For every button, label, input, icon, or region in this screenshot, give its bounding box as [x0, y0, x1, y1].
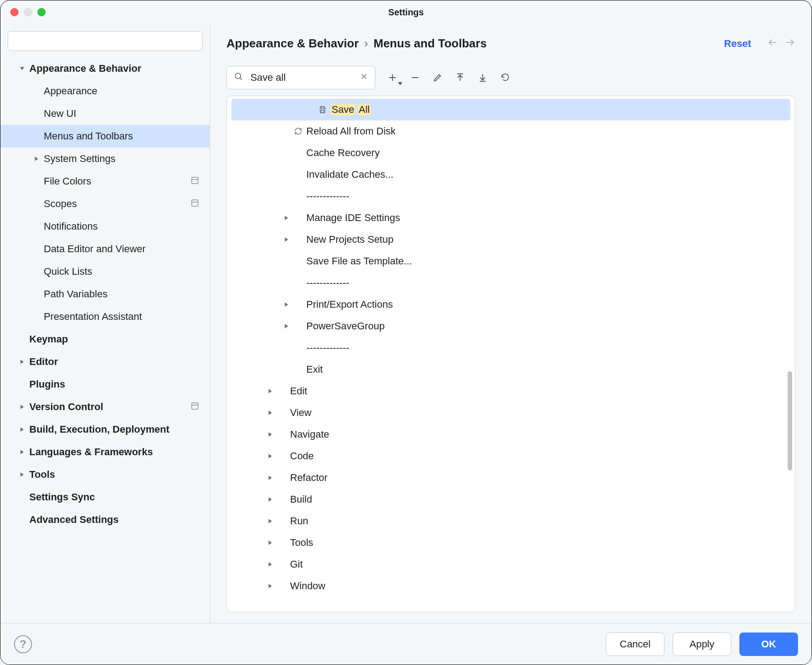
action-row[interactable]: ------------- — [227, 337, 795, 359]
sidebar-item[interactable]: Appearance — [0, 80, 210, 102]
action-row[interactable]: Navigate — [227, 424, 795, 445]
settings-window: Settings Appearance & BehaviorAppearance… — [0, 0, 812, 665]
action-label: Manage IDE Settings — [306, 212, 400, 224]
chevron-right-icon — [265, 432, 276, 437]
sidebar-item-label: New UI — [44, 108, 76, 120]
action-label: ------------- — [306, 190, 349, 202]
minimize-window-button[interactable] — [24, 8, 32, 16]
sidebar-item[interactable]: Path Variables — [0, 283, 210, 305]
action-label: Print/Export Actions — [306, 299, 393, 310]
sidebar-item[interactable]: Menus and Toolbars — [0, 125, 210, 148]
svg-marker-23 — [398, 82, 402, 85]
restore-action-button[interactable] — [499, 71, 512, 84]
svg-marker-40 — [285, 302, 288, 307]
history-nav — [767, 37, 795, 51]
action-row[interactable]: Code — [227, 445, 795, 467]
sidebar-item-label: File Colors — [44, 175, 91, 187]
chevron-right-icon — [281, 215, 292, 221]
cancel-button[interactable]: Cancel — [606, 633, 664, 656]
sidebar-item-label: System Settings — [44, 153, 115, 165]
maximize-window-button[interactable] — [37, 8, 46, 16]
action-row[interactable]: ------------- — [227, 272, 795, 294]
action-row[interactable]: Save All — [231, 99, 790, 120]
action-row[interactable]: Invalidate Caches... — [227, 164, 795, 185]
action-label: View — [290, 407, 311, 419]
action-row[interactable]: Build — [227, 489, 795, 510]
sidebar-item[interactable]: Tools — [0, 463, 210, 486]
nav-back-icon[interactable] — [767, 37, 778, 51]
add-action-button[interactable] — [386, 71, 399, 84]
sidebar-item[interactable]: Settings Sync — [0, 486, 210, 508]
sidebar-item[interactable]: System Settings — [0, 148, 210, 170]
action-row[interactable]: ------------- — [227, 185, 795, 207]
sidebar-item[interactable]: Data Editor and Viewer — [0, 238, 210, 260]
action-row[interactable]: Reload All from Disk — [227, 120, 795, 142]
sidebar-item[interactable]: Quick Lists — [0, 260, 210, 283]
sidebar-item[interactable]: Appearance & Behavior — [0, 57, 210, 80]
sidebar-item[interactable]: Build, Execution, Deployment — [0, 418, 210, 441]
sidebar-item-label: Menus and Toolbars — [44, 130, 133, 142]
breadcrumb-parent: Appearance & Behavior — [226, 37, 359, 51]
settings-tree[interactable]: Appearance & BehaviorAppearanceNew UIMen… — [0, 57, 210, 623]
close-window-button[interactable] — [10, 8, 18, 16]
clear-icon[interactable] — [360, 73, 368, 83]
sidebar-item[interactable]: Editor — [0, 351, 210, 373]
action-row[interactable]: Save File as Template... — [227, 250, 795, 272]
actions-filter-input[interactable] — [226, 66, 375, 89]
action-label: Reload All from Disk — [306, 125, 396, 137]
nav-forward-icon[interactable] — [784, 37, 795, 51]
sidebar-item[interactable]: Keymap — [0, 328, 210, 351]
sidebar-item[interactable]: New UI — [0, 102, 210, 125]
action-row[interactable]: Edit — [227, 380, 795, 402]
sidebar-item[interactable]: Advanced Settings — [0, 508, 210, 531]
edit-action-button[interactable] — [431, 71, 444, 84]
traffic-lights — [10, 8, 46, 16]
action-row[interactable]: Exit — [227, 359, 795, 380]
sidebar-item[interactable]: Presentation Assistant — [0, 305, 210, 328]
action-row[interactable]: PowerSaveGroup — [227, 315, 795, 337]
svg-marker-51 — [268, 540, 272, 545]
move-down-button[interactable] — [476, 71, 489, 84]
svg-marker-50 — [268, 519, 272, 523]
action-label: Run — [290, 515, 308, 527]
sidebar-item-label: Keymap — [29, 333, 68, 345]
action-row[interactable]: Window — [227, 575, 795, 597]
action-row[interactable]: View — [227, 402, 795, 424]
svg-marker-44 — [268, 389, 272, 393]
settings-search-input[interactable] — [8, 31, 203, 51]
action-row[interactable]: Manage IDE Settings — [227, 207, 795, 229]
action-row[interactable]: Print/Export Actions — [227, 294, 795, 315]
action-row[interactable]: Tools — [227, 532, 795, 554]
reset-button[interactable]: Reset — [724, 38, 751, 50]
sidebar-item[interactable]: File Colors — [0, 170, 210, 193]
sidebar-item-label: Presentation Assistant — [44, 311, 142, 323]
actions-tree[interactable]: Save AllReload All from DiskCache Recove… — [227, 96, 795, 612]
apply-button[interactable]: Apply — [673, 633, 731, 656]
action-label: Code — [290, 450, 314, 462]
remove-action-button[interactable] — [409, 71, 421, 84]
action-row[interactable]: Run — [227, 510, 795, 532]
scrollbar-thumb[interactable] — [788, 371, 792, 471]
action-label: Cache Recovery — [306, 147, 380, 159]
sidebar-item[interactable]: Plugins — [0, 373, 210, 396]
sidebar-item[interactable]: Languages & Frameworks — [0, 441, 210, 463]
ok-button[interactable]: OK — [739, 633, 798, 656]
svg-marker-37 — [285, 237, 288, 242]
sidebar-item[interactable]: Scopes — [0, 193, 210, 215]
action-row[interactable]: New Projects Setup — [227, 229, 795, 250]
svg-marker-41 — [285, 324, 288, 328]
sidebar-item-label: Advanced Settings — [29, 514, 119, 526]
svg-marker-8 — [20, 360, 23, 364]
sidebar-item[interactable]: Version Control — [0, 396, 210, 418]
sidebar-item-label: Settings Sync — [29, 491, 95, 503]
action-row[interactable]: Cache Recovery — [227, 142, 795, 164]
action-label: ------------- — [306, 342, 349, 354]
action-label: Invalidate Caches... — [306, 169, 393, 180]
move-up-button[interactable] — [454, 71, 466, 84]
help-button[interactable]: ? — [14, 635, 32, 653]
action-row[interactable]: Refactor — [227, 467, 795, 489]
dialog-footer: ? Cancel Apply OK — [0, 623, 812, 665]
sidebar-item[interactable]: Notifications — [0, 215, 210, 238]
action-label: New Projects Setup — [306, 234, 393, 245]
action-row[interactable]: Git — [227, 554, 795, 575]
